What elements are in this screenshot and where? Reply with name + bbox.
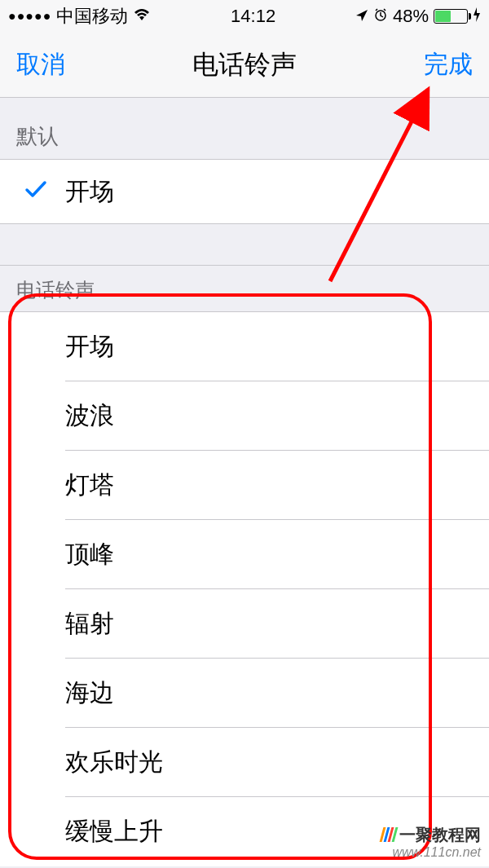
alarm-icon (373, 6, 388, 27)
signal-dots-icon: ●●●●● (8, 9, 51, 24)
status-left: ●●●●● 中国移动 (8, 4, 151, 29)
section-header-default: 默认 (0, 98, 489, 159)
watermark-url: www.111cn.net (381, 844, 481, 860)
carrier-label: 中国移动 (56, 4, 128, 29)
ringtone-label: 海边 (65, 676, 114, 710)
cancel-button[interactable]: 取消 (16, 48, 65, 82)
status-time: 14:12 (231, 6, 275, 27)
ringtone-label: 灯塔 (65, 469, 114, 502)
default-ringtone-cell[interactable]: 开场 (0, 159, 489, 224)
ringtone-item[interactable]: 辐射 (0, 589, 489, 659)
ringtone-item[interactable]: 欢乐时光 (0, 728, 489, 797)
ringtone-list: 电话铃声 开场 波浪 灯塔 顶峰 辐射 海边 欢乐时光 缓慢上升 (0, 265, 489, 866)
ringtone-item[interactable]: 波浪 (0, 381, 489, 451)
ringtone-item[interactable]: 开场 (0, 312, 489, 381)
checkmark-icon (24, 178, 65, 205)
ringtone-label: 波浪 (65, 399, 114, 433)
ringtone-item[interactable]: 灯塔 (0, 451, 489, 520)
ringtone-label: 顶峰 (65, 538, 114, 571)
done-button[interactable]: 完成 (424, 48, 473, 82)
section-header-ringtones: 电话铃声 (0, 266, 489, 312)
watermark: 一聚教程网 www.111cn.net (381, 825, 481, 860)
wifi-icon (133, 6, 151, 27)
battery-icon (434, 9, 468, 24)
location-icon (355, 6, 368, 27)
nav-bar: 取消 电话铃声 完成 (0, 33, 489, 98)
ringtone-label: 欢乐时光 (65, 746, 163, 779)
battery-percent: 48% (393, 6, 429, 27)
status-right: 48% (355, 6, 481, 27)
ringtone-label: 辐射 (65, 607, 114, 641)
ringtone-item[interactable]: 海边 (0, 659, 489, 728)
ringtone-label: 缓慢上升 (65, 815, 163, 848)
watermark-stripes-icon (381, 827, 396, 842)
watermark-brand: 一聚教程网 (399, 825, 481, 844)
ringtone-item[interactable]: 顶峰 (0, 520, 489, 589)
charging-icon (473, 6, 481, 27)
ringtone-label: 开场 (65, 330, 114, 364)
default-ringtone-label: 开场 (65, 175, 473, 209)
page-title: 电话铃声 (192, 47, 297, 83)
status-bar: ●●●●● 中国移动 14:12 48% (0, 0, 489, 33)
